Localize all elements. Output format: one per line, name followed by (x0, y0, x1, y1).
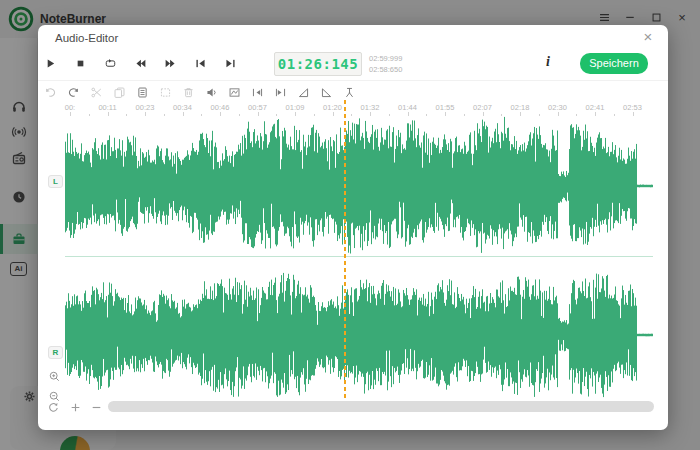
info-icon[interactable]: i (541, 54, 555, 70)
trim-end-icon[interactable] (273, 83, 287, 101)
ruler-label: 01:20 (323, 103, 342, 112)
zoom-minus-button[interactable] (90, 400, 103, 413)
volume-icon[interactable] (204, 83, 218, 101)
fade-in-icon[interactable] (296, 83, 310, 101)
dialog-close-icon[interactable]: × (640, 28, 656, 45)
reset-zoom-icon[interactable] (47, 400, 60, 413)
envelope-graph-icon[interactable] (227, 83, 241, 101)
playhead-cursor[interactable] (344, 100, 346, 401)
skip-start-button[interactable] (193, 52, 207, 74)
zoom-in-icon[interactable] (48, 369, 61, 382)
ruler-label: 02:30 (548, 103, 567, 112)
stop-button[interactable] (73, 52, 87, 74)
play-button[interactable] (43, 52, 57, 74)
dialog-title: Audio-Editor (55, 32, 118, 44)
ruler-label: 00:34 (173, 103, 192, 112)
bottom-controls (38, 397, 668, 417)
transport-toolbar (43, 52, 237, 74)
edit-toolbar (43, 83, 356, 101)
cut-scissors-icon[interactable] (89, 83, 103, 101)
ruler-label: 00: (65, 103, 75, 112)
select-region-icon[interactable] (158, 83, 172, 101)
paste-icon[interactable] (135, 83, 149, 101)
skip-end-button[interactable] (223, 52, 237, 74)
audio-editor-dialog: Audio-Editor × 01:26:145 02:59:999 02:58… (38, 25, 668, 430)
current-time-display: 01:26:145 (274, 52, 362, 76)
ruler-label: 02:41 (586, 103, 605, 112)
total-time: 02:59:999 (369, 53, 402, 64)
timeline-ruler[interactable]: 00:00:1100:2300:3400:4600:5701:0901:2001… (38, 103, 668, 116)
ruler-label: 01:44 (398, 103, 417, 112)
ruler-label: 02:07 (473, 103, 492, 112)
ruler-label: 00:46 (211, 103, 230, 112)
ruler-label: 01:55 (436, 103, 455, 112)
loop-button[interactable] (103, 52, 117, 74)
rewind-button[interactable] (133, 52, 147, 74)
right-channel-badge: R (48, 346, 63, 359)
remaining-time: 02:58:650 (369, 64, 402, 75)
save-button[interactable]: Speichern (580, 53, 648, 74)
ruler-label: 00:23 (136, 103, 155, 112)
waveform-area[interactable]: L R (38, 116, 668, 398)
copy-icon[interactable] (112, 83, 126, 101)
channel-divider-line (65, 256, 653, 257)
trim-start-icon[interactable] (250, 83, 264, 101)
ruler-label: 00:57 (248, 103, 267, 112)
ruler-label: 02:18 (511, 103, 530, 112)
undo-icon[interactable] (43, 83, 57, 101)
ruler-label: 02:53 (623, 103, 642, 112)
toolbar-separator (38, 80, 668, 81)
split-channels-icon[interactable] (342, 83, 356, 101)
redo-icon[interactable] (66, 83, 80, 101)
duration-display: 02:59:999 02:58:650 (369, 53, 402, 75)
waveform-right-channel[interactable] (65, 272, 653, 398)
zoom-plus-button[interactable] (69, 400, 82, 413)
left-channel-badge: L (48, 175, 63, 188)
fade-out-icon[interactable] (319, 83, 333, 101)
fast-forward-button[interactable] (163, 52, 177, 74)
ruler-label: 00:11 (98, 103, 116, 112)
ruler-label: 01:32 (361, 103, 380, 112)
horizontal-scrollbar[interactable] (108, 401, 654, 412)
delete-trash-icon[interactable] (181, 83, 195, 101)
waveform-left-channel[interactable] (65, 116, 653, 256)
ruler-label: 01:09 (286, 103, 305, 112)
